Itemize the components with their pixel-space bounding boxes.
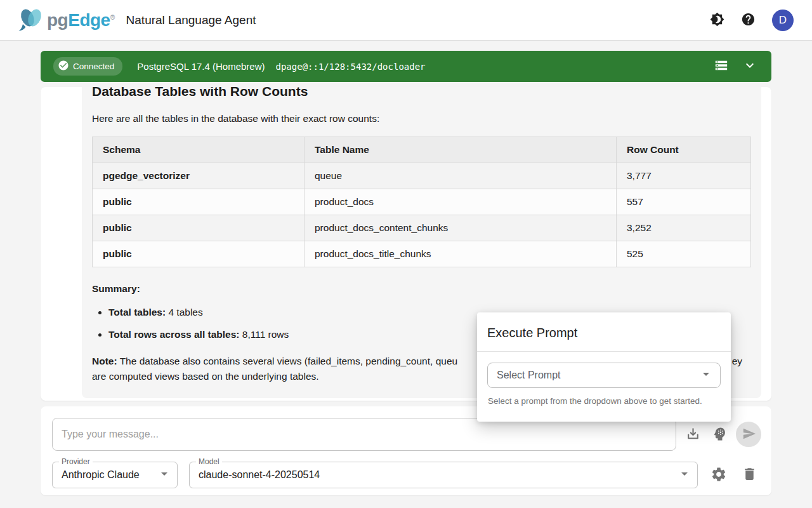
table-cell: pgedge_vectorizer (93, 163, 304, 189)
table-cell: product_docs (304, 189, 617, 215)
pgedge-logo-text: pgEdge® (47, 10, 115, 30)
table-cell: public (93, 189, 304, 215)
select-prompt-value: Select Prompt (497, 370, 560, 381)
table-row: publicproduct_docs_content_chunks3,252 (93, 215, 751, 241)
connection-status-label: Connected (73, 62, 114, 71)
send-icon (741, 427, 756, 443)
header-actions: D (710, 10, 794, 31)
trash-icon (742, 474, 757, 484)
pgedge-heart-icon (16, 6, 46, 35)
chevron-down-icon (742, 58, 757, 75)
connection-string: dpage@::1/128:5432/docloader (276, 62, 426, 72)
table-cell: 557 (617, 189, 751, 215)
model-select-value: claude-sonnet-4-20250514 (199, 469, 320, 481)
table-row: publicproduct_docs_title_chunks525 (93, 241, 751, 267)
db-tables-table: Schema Table Name Row Count pgedge_vecto… (92, 137, 751, 267)
table-row: publicproduct_docs557 (93, 189, 751, 215)
execute-prompt-popover: Execute Prompt Select Prompt Select a pr… (477, 312, 731, 422)
psychology-icon (712, 434, 728, 444)
storage-icon (714, 58, 728, 74)
gear-icon (710, 475, 727, 485)
summary-label: Summary: (92, 281, 751, 297)
user-avatar[interactable]: D (772, 10, 794, 31)
table-cell: queue (304, 163, 617, 189)
server-version-label: PostgreSQL 17.4 (Homebrew) (137, 61, 265, 72)
table-cell: 3,777 (617, 163, 751, 189)
provider-select-label: Provider (59, 457, 93, 466)
dropdown-arrow-icon (677, 466, 692, 484)
dropdown-arrow-icon (698, 366, 714, 384)
provider-select-value: Anthropic Claude (62, 469, 140, 481)
download-button[interactable] (685, 426, 701, 444)
table-header-row: Schema Table Name Row Count (93, 137, 751, 163)
table-cell: 525 (617, 241, 751, 267)
download-icon (685, 434, 701, 444)
provider-select[interactable]: Provider Anthropic Claude (52, 462, 178, 488)
column-header-schema: Schema (93, 137, 304, 163)
connection-details-button[interactable] (714, 58, 728, 74)
connection-bar[interactable]: Connected PostgreSQL 17.4 (Homebrew) dpa… (41, 51, 771, 82)
table-cell: 3,252 (617, 215, 751, 241)
message-input[interactable] (52, 418, 676, 451)
connection-expand-button[interactable] (742, 58, 757, 75)
select-prompt-helper-text: Select a prompt from the dropdown above … (488, 396, 721, 406)
select-prompt-dropdown[interactable]: Select Prompt (487, 363, 721, 388)
dark-mode-toggle-button[interactable] (710, 12, 724, 29)
table-cell: product_docs_title_chunks (304, 241, 617, 267)
settings-button[interactable] (710, 466, 727, 485)
table-cell: public (93, 241, 304, 267)
clear-chat-button[interactable] (742, 466, 757, 484)
table-cell: product_docs_content_chunks (304, 215, 617, 241)
divider (477, 351, 731, 352)
brightness-icon (710, 12, 724, 29)
check-circle-icon (58, 60, 69, 73)
table-row: pgedge_vectorizerqueue3,777 (93, 163, 751, 189)
help-icon (741, 12, 756, 29)
message-heading: Database Tables with Row Counts (92, 87, 751, 100)
page-title: Natural Language Agent (126, 13, 256, 27)
send-button[interactable] (736, 422, 761, 447)
help-button[interactable] (741, 12, 756, 29)
column-header-row-count: Row Count (617, 137, 751, 163)
pgedge-logo: pgEdge® (16, 6, 115, 35)
model-select[interactable]: Model claude-sonnet-4-20250514 (189, 462, 698, 488)
note-occluded-fragment: ey (732, 354, 742, 369)
connection-status-badge: Connected (53, 57, 122, 76)
table-cell: public (93, 215, 304, 241)
dropdown-arrow-icon (157, 466, 172, 484)
model-select-label: Model (196, 457, 222, 466)
column-header-table-name: Table Name (304, 137, 617, 163)
message-intro: Here are all the tables in the database … (92, 111, 751, 126)
app-header: pgEdge® Natural Language Agent D (0, 0, 812, 41)
execute-prompt-title: Execute Prompt (477, 312, 731, 351)
prompts-button[interactable] (712, 426, 728, 444)
